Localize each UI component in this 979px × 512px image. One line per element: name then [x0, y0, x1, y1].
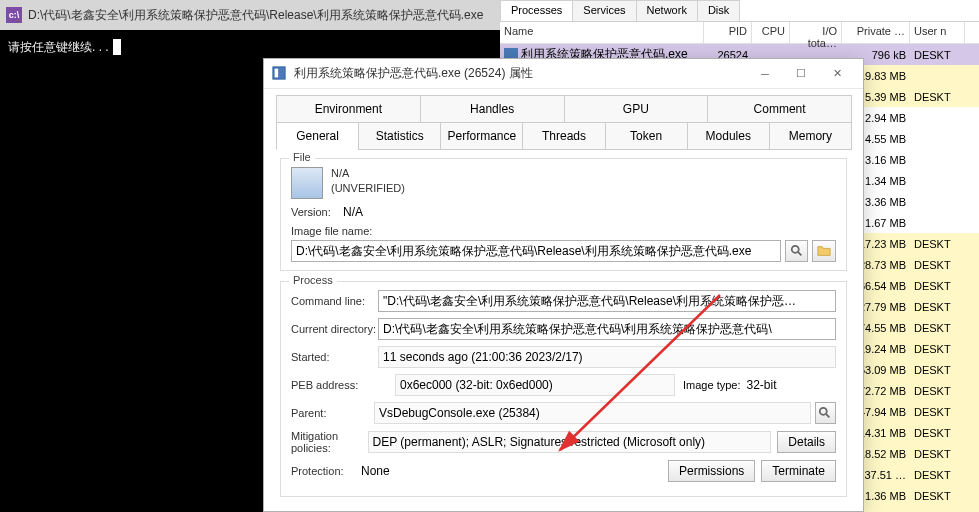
process-table-header[interactable]: Name PID CPU I/O tota… Private … User n: [500, 22, 979, 44]
image-file-label: Image file name:: [291, 225, 836, 237]
console-prompt: 请按任意键继续. . .: [8, 40, 109, 54]
file-verified: (UNVERIFIED): [331, 182, 405, 194]
mitigation-input[interactable]: [368, 431, 772, 453]
properties-dialog: 利用系统策略保护恶意代码.exe (26524) 属性 ─ ☐ ✕ Enviro…: [263, 58, 864, 512]
process-tab-disk[interactable]: Disk: [697, 0, 740, 21]
parent-label: Parent:: [291, 407, 374, 419]
protection-value: None: [361, 464, 390, 478]
peb-label: PEB address:: [291, 379, 395, 391]
dialog-tabs-row1: EnvironmentHandlesGPUComment: [264, 89, 863, 123]
file-group: File N/A (UNVERIFIED) Version: N/A Image…: [280, 158, 847, 271]
col-priv[interactable]: Private …: [842, 22, 910, 43]
process-group: Process Command line: Current directory:…: [280, 281, 847, 497]
process-tab-processes[interactable]: Processes: [500, 0, 573, 21]
process-group-title: Process: [289, 274, 337, 286]
permissions-button[interactable]: Permissions: [668, 460, 755, 482]
app-icon: [272, 66, 288, 82]
console-titlebar[interactable]: c:\ D:\代码\老鑫安全\利用系统策略保护恶意代码\Release\利用系统…: [0, 0, 500, 30]
version-value: N/A: [343, 205, 363, 219]
col-io[interactable]: I/O tota…: [790, 22, 842, 43]
dialog-title: 利用系统策略保护恶意代码.exe (26524) 属性: [294, 65, 747, 82]
svg-point-4: [820, 408, 827, 415]
curdir-input[interactable]: [378, 318, 836, 340]
close-button[interactable]: ✕: [819, 60, 855, 88]
console-icon: c:\: [6, 7, 22, 23]
tab-token[interactable]: Token: [605, 123, 688, 150]
svg-line-3: [798, 252, 802, 256]
tab-environment[interactable]: Environment: [276, 95, 421, 123]
dialog-titlebar[interactable]: 利用系统策略保护恶意代码.exe (26524) 属性 ─ ☐ ✕: [264, 59, 863, 89]
tab-threads[interactable]: Threads: [522, 123, 605, 150]
svg-point-2: [791, 246, 798, 253]
tab-gpu[interactable]: GPU: [564, 95, 709, 123]
imgtype-value: 32-bit: [746, 378, 776, 392]
process-tab-services[interactable]: Services: [572, 0, 636, 21]
col-cpu[interactable]: CPU: [752, 22, 790, 43]
tab-general[interactable]: General: [276, 123, 359, 150]
tab-handles[interactable]: Handles: [420, 95, 565, 123]
open-folder-button[interactable]: [812, 240, 836, 262]
svg-line-5: [826, 414, 830, 418]
cmdline-input[interactable]: [378, 290, 836, 312]
svg-rect-1: [275, 68, 279, 77]
mitigation-label: Mitigation policies:: [291, 430, 368, 454]
version-label: Version:: [291, 206, 343, 218]
process-tabbar: ProcessesServicesNetworkDisk: [500, 0, 979, 22]
peb-input[interactable]: [395, 374, 675, 396]
col-user[interactable]: User n: [910, 22, 965, 43]
cmdline-label: Command line:: [291, 295, 378, 307]
tab-statistics[interactable]: Statistics: [358, 123, 441, 150]
terminate-button[interactable]: Terminate: [761, 460, 836, 482]
curdir-label: Current directory:: [291, 323, 378, 335]
minimize-button[interactable]: ─: [747, 60, 783, 88]
started-input[interactable]: [378, 346, 836, 368]
file-big-icon: [291, 167, 323, 199]
image-file-input[interactable]: [291, 240, 781, 262]
started-label: Started:: [291, 351, 378, 363]
details-button[interactable]: Details: [777, 431, 836, 453]
col-name[interactable]: Name: [500, 22, 704, 43]
col-pid[interactable]: PID: [704, 22, 752, 43]
process-tab-network[interactable]: Network: [636, 0, 698, 21]
maximize-button[interactable]: ☐: [783, 60, 819, 88]
tab-performance[interactable]: Performance: [440, 123, 523, 150]
file-group-title: File: [289, 151, 315, 163]
search-file-button[interactable]: [785, 240, 809, 262]
tab-modules[interactable]: Modules: [687, 123, 770, 150]
imgtype-label: Image type:: [683, 379, 740, 391]
file-name: N/A: [331, 167, 405, 179]
console-title-text: D:\代码\老鑫安全\利用系统策略保护恶意代码\Release\利用系统策略保护…: [28, 7, 483, 24]
dialog-tabs-row2: GeneralStatisticsPerformanceThreadsToken…: [264, 123, 863, 150]
console-cursor: [113, 39, 121, 55]
parent-input[interactable]: [374, 402, 811, 424]
tab-memory[interactable]: Memory: [769, 123, 852, 150]
tab-comment[interactable]: Comment: [707, 95, 852, 123]
goto-parent-button[interactable]: [815, 402, 836, 424]
protection-label: Protection:: [291, 465, 361, 477]
